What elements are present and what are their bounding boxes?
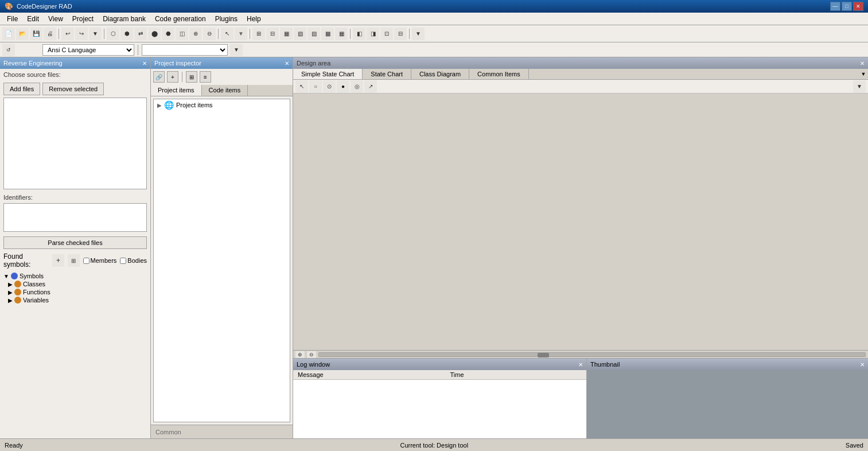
scroll-thumb[interactable] [538, 353, 549, 357]
dt-arrow-ne[interactable]: ↗ [364, 80, 377, 93]
scroll-zoom-in[interactable]: ⊕ [295, 351, 305, 358]
dt-gear-circle[interactable]: ◎ [351, 80, 363, 93]
sym-icon[interactable]: ⊞ [68, 254, 80, 267]
tb-grid4[interactable]: ▧ [294, 28, 306, 40]
tb-align4[interactable]: ⊟ [394, 28, 407, 40]
window-controls[interactable]: — □ ✕ [830, 2, 863, 11]
menu-file[interactable]: File [2, 14, 22, 24]
dt-sync[interactable]: ⊙ [323, 80, 336, 93]
scroll-track[interactable] [318, 352, 866, 357]
tb-icon11[interactable]: ▼ [235, 28, 247, 40]
tb-align2[interactable]: ◨ [367, 28, 379, 40]
menubar: File Edit View Project Diagram bank Code… [0, 13, 868, 25]
thumb-close-button[interactable]: ✕ [860, 361, 865, 368]
pi-close-button[interactable]: ✕ [285, 60, 289, 67]
pi-link-btn[interactable]: 🔗 [153, 71, 165, 83]
classes-icon [14, 281, 21, 287]
project-items-root[interactable]: ▶ 🌐 Project items [154, 99, 290, 111]
source-files-label: Choose source files: [0, 69, 150, 80]
main-area: Reverse Engineering ✕ Choose source file… [0, 57, 868, 438]
open-btn[interactable]: 📂 [16, 28, 29, 40]
classes-item[interactable]: ▶ Classes [0, 280, 150, 288]
tb-grid1[interactable]: ⊞ [252, 28, 265, 40]
re-title: Reverse Engineering [3, 60, 63, 67]
tb-icon9[interactable]: ⊕ [189, 28, 202, 40]
log-title: Log window [297, 361, 330, 368]
tab-scroll-btn[interactable]: ▼ [859, 69, 868, 79]
tab-state-chart[interactable]: State Chart [363, 69, 411, 79]
save-btn[interactable]: 💾 [30, 28, 42, 40]
menu-help[interactable]: Help [242, 14, 266, 24]
dt-circle[interactable]: ○ [309, 80, 322, 93]
tb-icon5[interactable]: ⇄ [134, 28, 147, 40]
parse-checked-button[interactable]: Parse checked files [3, 236, 147, 249]
tb-icon8[interactable]: ◫ [176, 28, 188, 40]
bodies-checkbox[interactable] [120, 258, 126, 264]
tb-grid5[interactable]: ▨ [308, 28, 320, 40]
found-symbols-label: Found symbols: [3, 252, 49, 269]
tab-class-diagram[interactable]: Class Diagram [411, 69, 469, 79]
undo-drop[interactable]: ▼ [89, 28, 102, 40]
maximize-button[interactable]: □ [842, 2, 852, 11]
language-select[interactable]: Ansi C Language [42, 44, 134, 56]
project-tree[interactable]: ▶ 🌐 Project items [153, 99, 290, 422]
design-canvas[interactable] [293, 94, 868, 350]
pi-grid-btn[interactable]: ⊞ [186, 71, 197, 83]
redo-btn[interactable]: ↪ [75, 28, 88, 40]
re-close-button[interactable]: ✕ [142, 60, 147, 67]
tab-code-items[interactable]: Code items [202, 85, 248, 96]
tb-cursor[interactable]: ↖ [221, 28, 233, 40]
project-select[interactable] [142, 44, 228, 56]
print-btn[interactable]: 🖨 [44, 28, 56, 40]
new-btn[interactable]: 📄 [2, 28, 15, 40]
tb-more[interactable]: ▼ [412, 28, 425, 40]
tb-icon10[interactable]: ⊖ [203, 28, 216, 40]
add-files-button[interactable]: Add files [3, 83, 40, 95]
tb-icon3[interactable]: ⬡ [107, 28, 119, 40]
functions-item[interactable]: ▶ Functions [0, 288, 150, 296]
minimize-button[interactable]: — [830, 2, 840, 11]
log-table[interactable]: Message Time [293, 370, 586, 438]
undo-btn[interactable]: ↩ [61, 28, 74, 40]
sep5 [350, 29, 351, 39]
symbols-root-label: Symbols [20, 273, 44, 279]
tb-icon7[interactable]: ⬣ [162, 28, 174, 40]
pi-list-btn[interactable]: ≡ [200, 71, 211, 83]
menu-project[interactable]: Project [68, 14, 98, 24]
tb2-btn1[interactable]: ↺ [2, 44, 15, 56]
menu-code-generation[interactable]: Code generation [150, 14, 211, 24]
variables-item[interactable]: ▶ Variables [0, 296, 150, 304]
tab-project-items[interactable]: Project items [151, 85, 202, 96]
tb2-dropdown[interactable]: ▼ [230, 44, 243, 56]
symbols-root[interactable]: ▼ Symbols [0, 272, 150, 280]
identifiers-area[interactable] [3, 203, 147, 232]
tb-icon4[interactable]: ⬢ [120, 28, 133, 40]
tb-align3[interactable]: ⊡ [380, 28, 393, 40]
common-bar: Common [151, 425, 293, 438]
tab-common-items[interactable]: Common Items [469, 69, 529, 79]
dt-dropdown[interactable]: ▼ [853, 80, 866, 93]
log-close-button[interactable]: ✕ [578, 361, 583, 368]
pi-add-btn[interactable]: + [167, 71, 178, 83]
tb-grid2[interactable]: ⊟ [266, 28, 279, 40]
tb-grid7[interactable]: ▦ [335, 28, 348, 40]
menu-edit[interactable]: Edit [22, 14, 44, 24]
menu-view[interactable]: View [44, 14, 68, 24]
design-close-button[interactable]: ✕ [860, 60, 865, 67]
dt-filled-circle[interactable]: ● [337, 80, 349, 93]
menu-plugins[interactable]: Plugins [211, 14, 242, 24]
add-symbol-btn[interactable]: + [52, 254, 64, 267]
scroll-zoom-out[interactable]: ⊖ [307, 351, 316, 358]
tb-icon6[interactable]: ⬤ [148, 28, 161, 40]
source-files-list[interactable] [3, 98, 147, 189]
tb-grid3[interactable]: ▦ [280, 28, 293, 40]
menu-diagram-bank[interactable]: Diagram bank [98, 14, 150, 24]
remove-selected-button[interactable]: Remove selected [42, 83, 104, 95]
tab-simple-state-chart[interactable]: Simple State Chart [293, 69, 363, 79]
close-button[interactable]: ✕ [853, 2, 863, 11]
sep3 [218, 29, 219, 39]
members-checkbox[interactable] [83, 258, 89, 264]
tb-align1[interactable]: ◧ [353, 28, 365, 40]
tb-grid6[interactable]: ▩ [321, 28, 334, 40]
dt-cursor[interactable]: ↖ [295, 80, 308, 93]
